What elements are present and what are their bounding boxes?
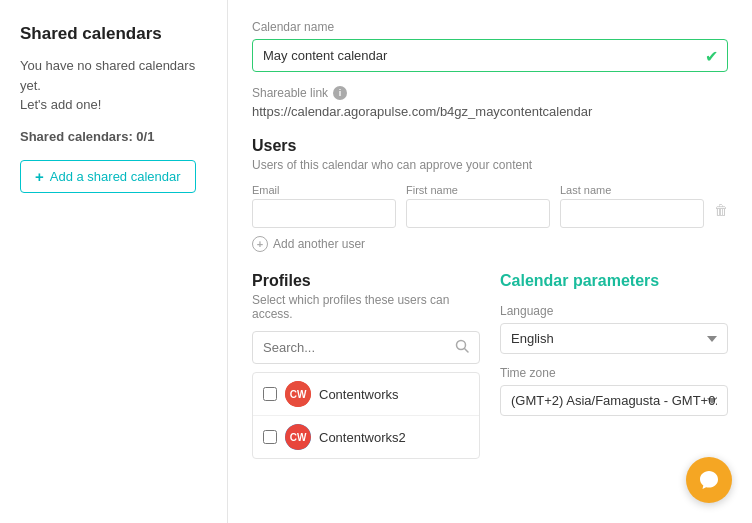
user-fields: Email First name Last name (252, 184, 704, 228)
main-content: Calendar name ✔ Shareable link i https:/… (228, 0, 752, 523)
last-name-input[interactable] (560, 199, 704, 228)
bottom-columns: Profiles Select which profiles these use… (252, 272, 728, 459)
calendar-name-wrapper: ✔ (252, 39, 728, 72)
add-circle-icon: + (252, 236, 268, 252)
shareable-link-value: https://calendar.agorapulse.com/b4gz_may… (252, 104, 728, 119)
email-label: Email (252, 184, 396, 196)
profile-name-1: Contentworks (319, 387, 398, 402)
calendar-name-input[interactable] (252, 39, 728, 72)
shareable-link-label: Shareable link i (252, 86, 728, 100)
first-name-field-group: First name (406, 184, 550, 228)
svg-text:CW: CW (290, 389, 307, 400)
list-item: CW Contentworks (253, 373, 479, 416)
profile-list: CW Contentworks CW Contentworks2 (252, 372, 480, 459)
add-user-label: Add another user (273, 237, 365, 251)
avatar: CW (285, 381, 311, 407)
calendar-params-column: Calendar parameters Language English Fre… (500, 272, 728, 459)
shared-calendars-value: 0/1 (136, 129, 154, 144)
sidebar-description: You have no shared calendars yet. Let's … (20, 56, 207, 115)
email-input[interactable] (252, 199, 396, 228)
sidebar-desc-line3: Let's add one! (20, 97, 101, 112)
search-icon (455, 339, 469, 356)
users-section-desc: Users of this calendar who can approve y… (252, 158, 728, 172)
timezone-label: Time zone (500, 366, 728, 380)
timezone-select[interactable]: (GMT+2) Asia/Famagusta - GMT+02:00 (GMT+… (500, 385, 728, 416)
add-calendar-label: Add a shared calendar (50, 169, 181, 184)
delete-user-icon[interactable]: 🗑 (714, 202, 728, 218)
sidebar-desc-line1: You have no shared calendars (20, 58, 195, 73)
chat-bubble-button[interactable] (686, 457, 732, 503)
avatar: CW (285, 424, 311, 450)
shared-calendars-label: Shared calendars: (20, 129, 133, 144)
first-name-label: First name (406, 184, 550, 196)
first-name-input[interactable] (406, 199, 550, 228)
add-user-link[interactable]: + Add another user (252, 236, 728, 252)
profile-checkbox-2[interactable] (263, 430, 277, 444)
calendar-name-label: Calendar name (252, 20, 728, 34)
language-select[interactable]: English French German Spanish (500, 323, 728, 354)
sidebar-count: Shared calendars: 0/1 (20, 129, 207, 144)
shareable-link-section: Shareable link i https://calendar.agorap… (252, 86, 728, 119)
profiles-search-input[interactable] (263, 340, 449, 355)
sidebar-title: Shared calendars (20, 24, 207, 44)
users-section-title: Users (252, 137, 728, 155)
user-row: Email First name Last name 🗑 (252, 184, 728, 228)
plus-icon: + (35, 168, 44, 185)
calendar-params-title: Calendar parameters (500, 272, 728, 290)
profile-checkbox-1[interactable] (263, 387, 277, 401)
profiles-desc: Select which profiles these users can ac… (252, 293, 480, 321)
email-field-group: Email (252, 184, 396, 228)
info-icon: i (333, 86, 347, 100)
profile-name-2: Contentworks2 (319, 430, 406, 445)
svg-text:CW: CW (290, 432, 307, 443)
add-shared-calendar-button[interactable]: + Add a shared calendar (20, 160, 196, 193)
last-name-field-group: Last name (560, 184, 704, 228)
last-name-label: Last name (560, 184, 704, 196)
language-label: Language (500, 304, 728, 318)
profiles-title: Profiles (252, 272, 480, 290)
profiles-column: Profiles Select which profiles these use… (252, 272, 480, 459)
svg-line-1 (465, 349, 469, 353)
check-icon: ✔ (705, 46, 718, 65)
sidebar: Shared calendars You have no shared cale… (0, 0, 228, 523)
list-item: CW Contentworks2 (253, 416, 479, 458)
profiles-search-box[interactable] (252, 331, 480, 364)
sidebar-desc-line2: yet. (20, 78, 41, 93)
